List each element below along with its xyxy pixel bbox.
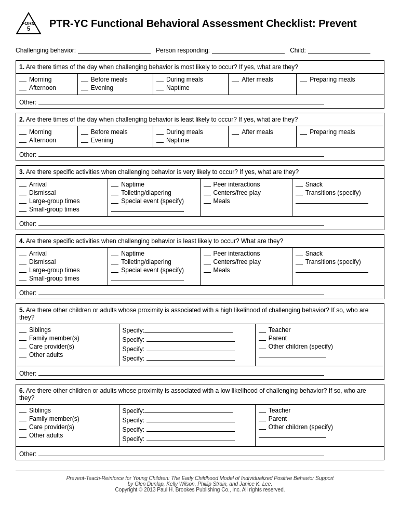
q3-transitions: Transitions (specify): [296, 189, 381, 196]
top-fields: Challenging behavior: Person responding:…: [16, 47, 384, 54]
challenging-behavior-input[interactable]: [78, 47, 151, 54]
child-label: Child:: [290, 47, 306, 54]
q4-naptime: Naptime: [111, 250, 196, 257]
q1-afternoon: Afternoon: [19, 84, 74, 91]
q2-before-meals: Before meals: [81, 128, 150, 136]
q6-other-input[interactable]: [38, 449, 324, 456]
question-5-other: Other:: [16, 366, 384, 380]
q2-during-meals: During meals: [156, 128, 225, 136]
q4-other-input[interactable]: [38, 288, 324, 295]
q3-naptime: Naptime: [111, 181, 196, 188]
q1-col1: Morning Afternoon: [16, 74, 78, 95]
footer-line2: by Glen Dunlap, Kelly Wilson, Phillip St…: [16, 481, 384, 487]
q3-meals: Meals: [204, 197, 289, 205]
q6-siblings: Siblings: [19, 407, 116, 414]
child-field: Child:: [290, 47, 370, 54]
question-5-table: 5. Are there other children or adults wh…: [16, 303, 384, 380]
q4-transitions-line[interactable]: [296, 267, 368, 273]
q5-specify4: Specify:: [123, 354, 252, 362]
person-responding-label: Person responding:: [156, 47, 210, 54]
person-responding-input[interactable]: [212, 47, 285, 54]
q5-siblings: Siblings: [19, 326, 116, 334]
page-header: FORM 5 PTR-YC Functional Behavioral Asse…: [16, 10, 384, 36]
q2-naptime: Naptime: [156, 137, 225, 144]
q3-small-group: Small-group times: [19, 206, 104, 213]
q6-care-provider: Care provider(s): [19, 423, 116, 431]
q4-large-group: Large-group times: [19, 267, 104, 274]
q5-other-input[interactable]: [38, 368, 324, 376]
q1-after-meals: After meals: [232, 76, 293, 83]
q6-col1: Siblings Family member(s) Care provider(…: [16, 405, 119, 447]
page-title: PTR-YC Functional Behavioral Assessment …: [49, 18, 357, 30]
q5-parent: Parent: [259, 335, 381, 342]
question-6-other: Other:: [16, 447, 384, 460]
q5-other-children-line[interactable]: [259, 351, 326, 357]
q5-col2: Specify: Specify: Specify: Specify:: [119, 324, 255, 366]
q2-col5: Preparing meals: [297, 126, 384, 148]
q2-evening: Evening: [81, 137, 150, 144]
question-5-row: 5. Are there other children or adults wh…: [16, 304, 384, 324]
question-4-text: 4. Are there specific activities when ch…: [16, 235, 384, 248]
q4-centers-free-play: Centers/free play: [204, 258, 289, 265]
q3-col3: Peer interactions Centers/free play Meal…: [200, 179, 292, 217]
q1-evening: Evening: [81, 84, 150, 91]
q4-small-group: Small-group times: [19, 275, 104, 282]
q3-large-group: Large-group times: [19, 197, 104, 205]
q3-peer-interactions: Peer interactions: [204, 181, 289, 188]
q1-naptime: Naptime: [156, 84, 225, 91]
q4-arrival: Arrival: [19, 250, 104, 257]
q3-special-event: Special event (specify): [111, 197, 196, 205]
question-2-row: 2. Are there times of the day when chall…: [16, 113, 384, 126]
question-5-options: Siblings Family member(s) Care provider(…: [16, 324, 384, 366]
q5-family-member: Family member(s): [19, 335, 116, 342]
q6-family-member: Family member(s): [19, 415, 116, 422]
q3-transitions-line[interactable]: [296, 197, 368, 204]
q5-care-provider: Care provider(s): [19, 343, 116, 350]
question-6-row: 6. Are there other children or adults wh…: [16, 384, 384, 405]
question-2-text: 2. Are there times of the day when chall…: [16, 113, 384, 126]
footer-line3: Copyright © 2013 Paul H. Brookes Publish…: [16, 487, 384, 493]
q3-other-cell: Other:: [16, 217, 384, 230]
q6-specify3: Specify:: [123, 425, 252, 433]
q6-other-children-line[interactable]: [259, 432, 326, 438]
q1-before-meals: Before meals: [81, 76, 150, 83]
q2-col4: After meals: [229, 126, 297, 148]
q2-col2: Before meals Evening: [77, 126, 153, 148]
question-6-options: Siblings Family member(s) Care provider(…: [16, 405, 384, 447]
q1-col5: Preparing meals: [297, 74, 384, 95]
q1-col3: During meals Naptime: [153, 74, 228, 95]
q3-toileting: Toileting/diapering: [111, 189, 196, 196]
question-6-text: 6. Are there other children or adults wh…: [16, 384, 384, 405]
question-4-options: Arrival Dismissal Large-group times Smal…: [16, 248, 384, 286]
q2-other-input[interactable]: [38, 150, 324, 157]
q1-col4: After meals: [229, 74, 297, 95]
q6-specify2: Specify:: [123, 416, 252, 424]
q2-col1: Morning Afternoon: [16, 126, 78, 148]
q6-parent: Parent: [259, 415, 381, 422]
question-1-other: Other:: [16, 95, 384, 109]
question-2-other: Other:: [16, 148, 384, 161]
q2-afternoon: Afternoon: [19, 137, 74, 144]
q3-col2: Naptime Toileting/diapering Special even…: [108, 179, 200, 217]
q5-specify3: Specify:: [123, 345, 252, 353]
q5-col1: Siblings Family member(s) Care provider(…: [16, 324, 119, 366]
q4-col2: Naptime Toileting/diapering Special even…: [108, 248, 200, 286]
q4-specify-line[interactable]: [111, 275, 184, 281]
child-input[interactable]: [308, 47, 370, 54]
q5-col3: Teacher Parent Other children (specify): [255, 324, 384, 366]
question-1-row: 1. Are there times of the day when chall…: [16, 61, 384, 74]
q6-other-children: Other children (specify): [259, 423, 381, 431]
q3-other-input[interactable]: [38, 219, 324, 226]
q5-other-children: Other children (specify): [259, 343, 381, 350]
question-6-table: 6. Are there other children or adults wh…: [16, 384, 384, 460]
q6-other-adults: Other adults: [19, 432, 116, 439]
q5-other-cell: Other:: [16, 366, 384, 380]
q2-other-cell: Other:: [16, 148, 384, 161]
q4-col3: Peer interactions Centers/free play Meal…: [200, 248, 292, 286]
question-2-table: 2. Are there times of the day when chall…: [16, 113, 384, 161]
q5-specify2: Specify:: [123, 336, 252, 343]
q4-col4: Snack Transitions (specify): [292, 248, 384, 286]
q3-specify-line[interactable]: [111, 206, 184, 212]
q1-other-input[interactable]: [38, 97, 324, 104]
q4-dismissal: Dismissal: [19, 258, 104, 265]
